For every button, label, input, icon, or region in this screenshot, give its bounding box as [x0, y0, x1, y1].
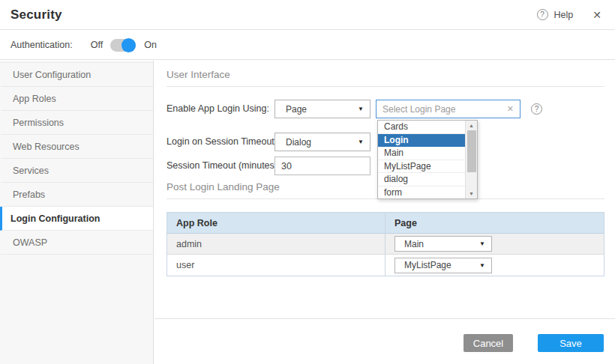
login-mode-value: Page: [286, 104, 307, 115]
page-title: Security: [10, 7, 62, 22]
sidebar-item-app-roles[interactable]: App Roles: [0, 87, 153, 111]
login-page-input[interactable]: [376, 100, 504, 118]
scrollbar-thumb[interactable]: [467, 130, 476, 172]
toggle-knob-icon: [122, 38, 136, 52]
clear-icon[interactable]: ✕: [504, 104, 520, 114]
cancel-button[interactable]: Cancel: [464, 334, 513, 352]
toggle-on-label: On: [144, 40, 157, 50]
sidebar-item-label: OWASP: [13, 237, 47, 248]
role-cell: user: [167, 255, 386, 276]
chevron-down-icon: ▼: [358, 106, 364, 112]
dropdown-option-main[interactable]: Main: [378, 147, 465, 160]
table-row: user MyListPage ▼: [167, 255, 604, 276]
toggle-off-label: Off: [91, 40, 103, 50]
dropdown-scrollbar[interactable]: ▲ ▼: [465, 121, 477, 198]
help-icon[interactable]: ?: [537, 9, 548, 20]
sidebar-item-web-resources[interactable]: Web Resources: [0, 135, 153, 159]
sidebar-item-login-configuration[interactable]: Login Configuration: [0, 207, 153, 231]
help-link[interactable]: Help: [554, 10, 574, 20]
title-bar: Security ? Help ✕: [0, 0, 615, 30]
authentication-label: Authentication:: [10, 40, 73, 50]
sidebar-item-label: User Configuration: [13, 70, 91, 80]
sidebar-item-label: App Roles: [13, 94, 56, 104]
sidebar-item-owasp[interactable]: OWASP: [0, 231, 153, 255]
user-page-select[interactable]: MyListPage ▼: [394, 258, 492, 273]
landing-page-table: App Role Page admin Main ▼ user MyListPa…: [166, 212, 604, 276]
scroll-up-icon[interactable]: ▲: [466, 121, 477, 130]
dropdown-option-dialog[interactable]: dialog: [378, 173, 465, 186]
scroll-down-icon[interactable]: ▼: [466, 189, 477, 198]
sidebar-item-label: Permissions: [13, 118, 64, 128]
close-icon[interactable]: ✕: [590, 7, 604, 22]
dropdown-option-form[interactable]: form: [378, 186, 465, 199]
user-interface-heading: User Interface: [166, 69, 230, 80]
chevron-down-icon: ▼: [479, 240, 485, 247]
divider: [166, 86, 604, 87]
save-button[interactable]: Save: [538, 334, 604, 352]
chevron-down-icon: ▼: [479, 262, 485, 269]
sidebar-item-prefabs[interactable]: Prefabs: [0, 183, 153, 207]
session-timeout-login-value: Dialog: [286, 137, 311, 148]
dropdown-option-login[interactable]: Login: [378, 134, 465, 148]
sidebar-item-label: Login Configuration: [10, 213, 100, 224]
session-timeout-minutes-label: Session Timeout (minutes):: [166, 157, 280, 175]
dropdown-option-mylistpage[interactable]: MyListPage: [378, 160, 465, 174]
chevron-down-icon: ▼: [358, 139, 364, 145]
main-panel: User Interface Enable App Login Using: P…: [154, 61, 615, 364]
sidebar-item-label: Prefabs: [13, 189, 45, 200]
footer-divider: [154, 318, 615, 319]
post-login-heading: Post Login Landing Page: [166, 181, 280, 192]
session-timeout-minutes-input[interactable]: [274, 157, 370, 175]
user-page-value: MyListPage: [404, 260, 452, 270]
sidebar-item-label: Services: [13, 166, 49, 176]
admin-page-value: Main: [404, 239, 424, 249]
login-page-help-icon[interactable]: ?: [531, 103, 542, 115]
role-cell: admin: [167, 234, 386, 254]
enable-app-login-label: Enable App Login Using:: [166, 100, 269, 118]
sidebar-item-label: Web Resources: [13, 142, 80, 152]
login-page-dropdown: Cards Login Main MyListPage dialog form …: [377, 120, 478, 199]
sidebar-item-user-configuration[interactable]: User Configuration: [0, 63, 153, 87]
sidebar: User Configuration App Roles Permissions…: [0, 61, 154, 364]
dropdown-option-cards[interactable]: Cards: [378, 121, 465, 134]
authentication-toggle[interactable]: [110, 39, 136, 52]
table-header-app-role: App Role: [167, 213, 386, 233]
table-header-row: App Role Page: [167, 213, 604, 234]
authentication-bar: Authentication: Off On: [0, 31, 615, 60]
session-timeout-login-select[interactable]: Dialog ▼: [274, 133, 370, 151]
session-timeout-login-label: Login on Session Timeout:: [166, 133, 277, 151]
login-mode-select[interactable]: Page ▼: [274, 100, 370, 118]
admin-page-select[interactable]: Main ▼: [394, 236, 492, 252]
table-header-page: Page: [386, 213, 604, 233]
sidebar-item-services[interactable]: Services: [0, 159, 153, 183]
table-row: admin Main ▼: [167, 234, 604, 255]
sidebar-item-permissions[interactable]: Permissions: [0, 111, 153, 135]
login-page-input-wrap: ✕: [376, 100, 520, 118]
